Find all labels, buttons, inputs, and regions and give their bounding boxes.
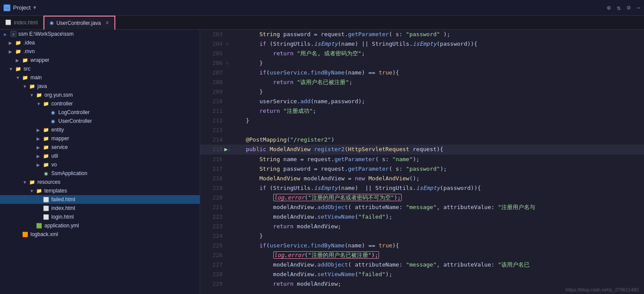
line-number-228: 228 [200, 270, 223, 279]
gutter-220 [223, 193, 232, 203]
code-line-216: 216 String name = request.getParameter( … [200, 155, 644, 164]
project-title[interactable]: Project [13, 4, 30, 11]
gutter-225 [223, 241, 232, 250]
sidebar-label-main: main [30, 74, 42, 81]
code-line-211: 211 return "注册成功"; [200, 106, 644, 116]
sidebar-label-ssmapp: SsmApplication [51, 170, 87, 176]
sidebar-label-application-yml: application.yml [44, 223, 79, 229]
line-number-222: 222 [200, 212, 223, 222]
sidebar-item-login-html[interactable]: ⬜ login.html [0, 213, 200, 221]
line-number-213: 213 [200, 125, 223, 135]
top-bar-left: Project ▼ [3, 4, 91, 11]
sidebar-item-idea[interactable]: ▶ 📁 .idea [0, 38, 200, 47]
tab-index-html-label: index.html [14, 20, 38, 26]
code-204: if (StringUtils.isEmpty(name) || StringU… [232, 39, 644, 49]
gutter-229 [223, 279, 232, 289]
line-number-215: 215 [200, 145, 223, 155]
code-line-218: 218 ModelAndView modelAndView = new Mode… [200, 174, 644, 183]
code-224: } [232, 231, 644, 241]
gutter-214 [223, 135, 232, 145]
code-line-223: 223 return modelAndView; [200, 222, 644, 231]
line-number-211: 211 [200, 106, 223, 116]
sidebar-item-ssmapp[interactable]: ◉ SsmApplication [0, 169, 200, 178]
gutter-203 [223, 30, 232, 39]
sidebar-item-index-html[interactable]: ⬜ index.html [0, 204, 200, 213]
code-line-205: 205 return "用户名, 或者密码为空"; [200, 49, 644, 58]
code-206: } [232, 58, 644, 68]
sidebar-label-org: org.yun.ssm [44, 92, 73, 98]
code-line-215: 215 ▶◇ public ModelAndView register2(Htt… [200, 145, 644, 155]
tab-index-html[interactable]: ⬜ index.html [0, 16, 44, 30]
sidebar-item-controller[interactable]: ▼ 📁 controller [0, 99, 200, 108]
project-dropdown-arrow[interactable]: ▼ [33, 5, 36, 10]
top-bar: Project ▼ ⊕ ⇅ ⚙ − [0, 0, 644, 16]
tab-close-icon[interactable]: ✕ [105, 20, 109, 26]
sidebar-item-ssm[interactable]: ▸ s ssm E:\WorkSpace\ssm [0, 30, 200, 38]
sidebar-item-logback-xml[interactable]: 🟧 logback.xml [0, 230, 200, 239]
sidebar-label-resources: resources [37, 179, 60, 185]
code-218: ModelAndView modelAndView = new ModelAnd… [232, 174, 644, 183]
collapse-icon[interactable]: ⇅ [617, 4, 621, 12]
gutter-211 [223, 106, 232, 116]
sidebar-label-logback-xml: logback.xml [30, 231, 58, 237]
code-222: modelAndView.setViewName("failed"); [232, 212, 644, 222]
sidebar-item-mapper[interactable]: ▶ 📁 mapper [0, 134, 200, 143]
watermark: https://blog.csdn.net/y_279611480 [566, 287, 639, 292]
line-number-205: 205 [200, 49, 223, 58]
code-line-208: 208 return "该用户名已被注册"; [200, 78, 644, 87]
code-line-222: 222 modelAndView.setViewName("failed"); [200, 212, 644, 222]
code-line-227: 227 modelAndView.addObject( attributeNam… [200, 260, 644, 270]
sidebar-item-main[interactable]: ▼ 📁 main [0, 73, 200, 82]
sidebar-label-index-html: index.html [51, 205, 75, 211]
line-number-217: 217 [200, 164, 223, 174]
code-line-225: 225 if(userService.findByName(name) == t… [200, 241, 644, 250]
tab-user-controller[interactable]: ◉ UserController.java ✕ [44, 16, 115, 30]
sidebar-item-org[interactable]: ▼ 📁 org.yun.ssm [0, 91, 200, 99]
code-line-221: 221 modelAndView.addObject( attributeNam… [200, 203, 644, 212]
sidebar-item-failed-html[interactable]: ⬜ failed.html [0, 195, 200, 204]
sidebar-item-src[interactable]: ▼ 📁 src [0, 64, 200, 73]
line-number-212: 212 [200, 116, 223, 125]
sidebar-item-service[interactable]: ▶ 📁 service [0, 143, 200, 152]
settings-icon[interactable]: ⚙ [627, 4, 631, 12]
gutter-217 [223, 164, 232, 174]
gutter-226 [223, 250, 232, 260]
code-208: return "该用户名已被注册"; [232, 78, 644, 87]
sidebar-item-util[interactable]: ▶ 📁 util [0, 152, 200, 160]
sidebar-item-resources[interactable]: ▼ 📁 resources [0, 178, 200, 186]
code-214: @PostMapping("/register2") [232, 135, 644, 145]
line-number-210: 210 [200, 97, 223, 106]
code-line-214: 214 @PostMapping("/register2") [200, 135, 644, 145]
code-line-226: 226 log.error("注册的用户名已被注册"); [200, 250, 644, 260]
code-line-212: 212 } [200, 116, 644, 125]
code-line-206: 206 ◇ } [200, 58, 644, 68]
code-line-220: 220 log.error("注册的用户名或者密码不可为空"); [200, 193, 644, 203]
sidebar-item-java[interactable]: ▼ 📁 java [0, 82, 200, 91]
sidebar-item-application-yml[interactable]: 🟩 application.yml [0, 221, 200, 230]
sidebar-label-failed-html: failed.html [51, 196, 75, 203]
line-number-207: 207 [200, 68, 223, 78]
code-217: String password = request.getParameter( … [232, 164, 644, 174]
code-216: String name = request.getParameter( s: "… [232, 155, 644, 164]
sidebar-label-logcontroller: LogController [58, 109, 90, 115]
code-228: modelAndView.setViewName("failed"); [232, 270, 644, 279]
code-scroll[interactable]: 203 String password = request.getParamet… [200, 30, 644, 294]
sidebar-item-mvn[interactable]: ▶ 📁 .mvn [0, 47, 200, 56]
gutter-209 [223, 87, 232, 97]
sidebar-item-usercontroller[interactable]: ◉ UserController [0, 117, 200, 125]
tab-bar: ⬜ index.html ◉ UserController.java ✕ [0, 16, 644, 30]
sidebar-item-entity[interactable]: ▶ 📁 entity [0, 125, 200, 134]
gutter-223 [223, 222, 232, 231]
code-line-210: 210 userService.add(name,password); [200, 97, 644, 106]
sidebar-item-wrapper[interactable]: ▶ 📁 wrapper [0, 56, 200, 64]
gutter-224 [223, 231, 232, 241]
sidebar-label-mapper: mapper [51, 135, 69, 142]
add-icon[interactable]: ⊕ [607, 4, 610, 12]
sidebar-item-logcontroller[interactable]: ◉ LogController [0, 108, 200, 117]
sidebar-item-vo[interactable]: ▶ 📁 vo [0, 160, 200, 169]
code-210: userService.add(name,password); [232, 97, 644, 106]
code-212: } [232, 116, 644, 125]
sidebar-item-templates[interactable]: ▼ 📁 templates [0, 186, 200, 195]
minimize-icon[interactable]: − [637, 4, 641, 12]
gutter-227 [223, 260, 232, 270]
